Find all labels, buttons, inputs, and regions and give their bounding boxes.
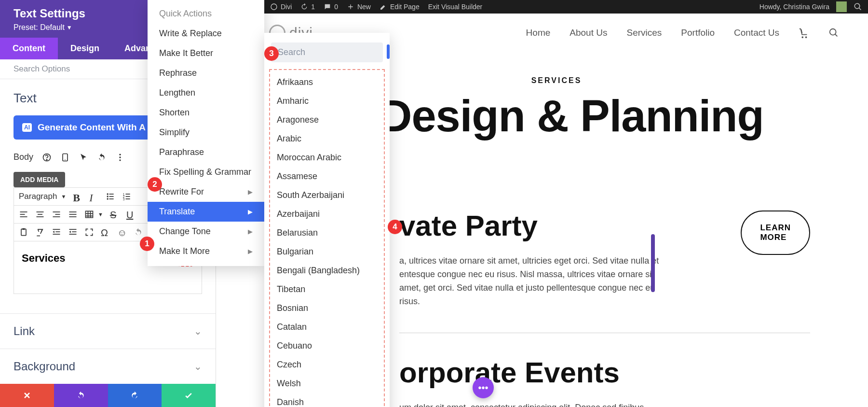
cancel-button[interactable] bbox=[0, 384, 54, 407]
language-option-tibetan[interactable]: Tibetan bbox=[270, 280, 384, 299]
align-center-icon[interactable] bbox=[35, 210, 45, 219]
clear-format-icon[interactable] bbox=[35, 227, 45, 237]
nav-home[interactable]: Home bbox=[526, 28, 551, 38]
chevron-right-icon: ▶ bbox=[248, 248, 253, 255]
language-option-moroccan-arabic[interactable]: Moroccan Arabic bbox=[270, 148, 384, 167]
section-heading: vate Party bbox=[399, 211, 712, 241]
section-corporate-events: orporate Events um dolor sit amet, conse… bbox=[399, 357, 810, 407]
dropdown-item-write-replace[interactable]: Write & Replace bbox=[148, 24, 264, 43]
cart-icon[interactable] bbox=[799, 28, 809, 38]
language-option-danish[interactable]: Danish bbox=[270, 393, 384, 407]
language-search-input[interactable]: Search bbox=[271, 42, 383, 62]
tablet-icon[interactable] bbox=[60, 153, 70, 162]
admin-updates[interactable]: 1 bbox=[300, 3, 315, 11]
language-option-czech[interactable]: Czech bbox=[270, 355, 384, 374]
fullscreen-icon[interactable] bbox=[84, 227, 94, 237]
emoji-icon[interactable]: ☺ bbox=[117, 227, 127, 237]
language-option-south-azerbaijani[interactable]: South Azerbaijani bbox=[270, 186, 384, 205]
floating-action-button[interactable]: ••• bbox=[473, 377, 494, 398]
table-insert[interactable]: ▼ bbox=[84, 210, 103, 219]
submenu-scrollbar-thumb[interactable] bbox=[387, 44, 390, 59]
tab-content[interactable]: Content bbox=[0, 38, 58, 59]
dropdown-item-make-it-more[interactable]: Make It More▶ bbox=[148, 241, 264, 261]
svg-point-11 bbox=[107, 196, 108, 197]
dropdown-item-paraphrase[interactable]: Paraphrase bbox=[148, 142, 264, 162]
language-option-bosnian[interactable]: Bosnian bbox=[270, 299, 384, 318]
chevron-down-icon: ⌄ bbox=[194, 361, 202, 372]
language-option-welsh[interactable]: Welsh bbox=[270, 374, 384, 393]
admin-edit-page-label: Edit Page bbox=[390, 3, 420, 11]
language-option-azerbaijani[interactable]: Azerbaijani bbox=[270, 205, 384, 224]
dropdown-item-change-tone[interactable]: Change Tone▶ bbox=[148, 222, 264, 241]
accordion-label: Link bbox=[14, 324, 35, 338]
language-option-bulgarian[interactable]: Bulgarian bbox=[270, 242, 384, 261]
panel-scrollbar-thumb[interactable] bbox=[651, 234, 655, 292]
bold-icon[interactable]: B bbox=[73, 192, 82, 201]
language-option-aragonese[interactable]: Aragonese bbox=[270, 111, 384, 129]
search-icon[interactable] bbox=[828, 28, 839, 38]
learn-more-button[interactable]: LEARN MORE bbox=[741, 211, 810, 255]
save-button[interactable] bbox=[162, 384, 216, 407]
avatar[interactable] bbox=[836, 1, 847, 12]
dropdown-item-rephrase[interactable]: Rephrase bbox=[148, 63, 264, 83]
strikethrough-icon[interactable]: S bbox=[110, 210, 120, 219]
search-icon[interactable] bbox=[854, 2, 862, 11]
format-select[interactable]: Paragraph ▼ bbox=[19, 192, 66, 201]
redo-button[interactable] bbox=[108, 384, 162, 407]
admin-site-link[interactable]: Divi bbox=[270, 3, 292, 11]
svg-rect-35 bbox=[23, 228, 25, 230]
dropdown-item-simplify[interactable]: Simplify bbox=[148, 123, 264, 142]
paste-icon[interactable] bbox=[19, 227, 28, 237]
language-option-amharic[interactable]: Amharic bbox=[270, 92, 384, 111]
indent-icon[interactable] bbox=[68, 227, 78, 237]
add-media-button[interactable]: ADD MEDIA bbox=[14, 172, 65, 187]
dropdown-item-translate[interactable]: Translate▶ bbox=[148, 202, 264, 222]
language-option-belarusian[interactable]: Belarusian bbox=[270, 224, 384, 242]
language-option-cebuano[interactable]: Cebuano bbox=[270, 337, 384, 355]
nav-about[interactable]: About Us bbox=[570, 28, 607, 38]
admin-new[interactable]: New bbox=[347, 3, 371, 11]
dropdown-item-shorten[interactable]: Shorten bbox=[148, 103, 264, 123]
nav-contact[interactable]: Contact Us bbox=[734, 28, 779, 38]
comment-icon bbox=[324, 3, 331, 11]
tab-design[interactable]: Design bbox=[58, 38, 112, 59]
admin-edit-page[interactable]: Edit Page bbox=[380, 3, 420, 11]
align-right-icon[interactable] bbox=[52, 210, 61, 219]
dropdown-item-rewrite-for[interactable]: Rewrite For▶ bbox=[148, 182, 264, 202]
dropdown-item-fix-spelling-grammar[interactable]: Fix Spelling & Grammar bbox=[148, 162, 264, 182]
accordion-background[interactable]: Background ⌄ bbox=[0, 349, 216, 384]
language-option-assamese[interactable]: Assamese bbox=[270, 167, 384, 186]
admin-howdy[interactable]: Howdy, Christina Gwira bbox=[760, 3, 829, 11]
language-option-catalan[interactable]: Catalan bbox=[270, 318, 384, 337]
italic-icon[interactable]: I bbox=[89, 192, 99, 201]
nav-services[interactable]: Services bbox=[626, 28, 662, 38]
language-option-bengali-bangladesh-[interactable]: Bengali (Bangladesh) bbox=[270, 261, 384, 280]
omega-icon[interactable]: Ω bbox=[101, 227, 110, 237]
section-private-party: vate Party a, ultrices vitae ornare sit … bbox=[399, 211, 810, 309]
cursor-icon[interactable] bbox=[79, 153, 88, 162]
numbered-list-icon[interactable]: 123 bbox=[122, 192, 132, 201]
nav-portfolio[interactable]: Portfolio bbox=[681, 28, 715, 38]
align-left-icon[interactable] bbox=[19, 210, 28, 219]
underline-icon[interactable]: U bbox=[126, 210, 136, 219]
outdent-icon[interactable] bbox=[52, 227, 61, 237]
undo-button[interactable] bbox=[54, 384, 108, 407]
language-option-afrikaans[interactable]: Afrikaans bbox=[270, 73, 384, 92]
accordion-link[interactable]: Link ⌄ bbox=[0, 313, 216, 349]
align-justify-icon[interactable] bbox=[68, 210, 78, 219]
section-body: a, ultrices vitae ornare sit amet, ultri… bbox=[399, 254, 660, 309]
language-option-arabic[interactable]: Arabic bbox=[270, 129, 384, 148]
admin-comments[interactable]: 0 bbox=[324, 3, 338, 11]
refresh-icon bbox=[300, 3, 308, 11]
svg-point-13 bbox=[107, 198, 108, 199]
admin-comments-count: 0 bbox=[334, 3, 338, 11]
bullet-list-icon[interactable] bbox=[106, 192, 115, 201]
dropdown-item-make-it-better[interactable]: Make It Better bbox=[148, 43, 264, 63]
dropdown-item-lengthen[interactable]: Lengthen bbox=[148, 83, 264, 103]
admin-exit-builder[interactable]: Exit Visual Builder bbox=[428, 3, 483, 11]
help-icon[interactable] bbox=[42, 153, 52, 162]
more-icon[interactable] bbox=[115, 153, 125, 162]
svg-rect-27 bbox=[53, 211, 60, 212]
undo-editor-icon[interactable] bbox=[134, 227, 143, 237]
undo-icon[interactable] bbox=[97, 153, 107, 162]
